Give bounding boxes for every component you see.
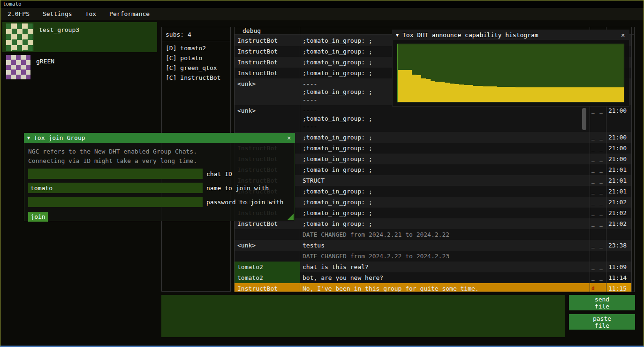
histogram-bar [534,87,539,102]
collapse-arrow-icon[interactable]: ▼ [396,32,399,38]
histogram-bar [619,87,624,102]
receipt-marks: _ _ [590,105,606,132]
timestamp: 21:00 [606,143,631,154]
histogram-bar [440,82,445,102]
join-info-line1: NGC refers to the New DHT enabled Group … [28,147,291,156]
histogram-bar [412,75,417,102]
send-file-button[interactable]: send file [569,295,635,310]
timestamp: 11:15 [606,283,631,292]
histogram-bar [431,81,435,102]
receipt-marks [590,251,606,262]
window-titlebar[interactable]: tomato [0,0,644,8]
menu-bar: 2.0FPSSettingsToxPerformance [0,8,644,20]
column-divider [631,27,632,292]
histogram-bar [600,87,605,102]
join-info-line2: Connecting via ID might take a very long… [28,156,291,166]
receipt-marks: _ _ [590,175,606,186]
histogram-bar [421,78,426,102]
message-text: ;tomato_in_group: ; [300,132,590,143]
timestamp: 21:01 [606,186,631,197]
join-group-dialog: ▼ Tox join Group ✕ NGC refers to the New… [24,133,295,221]
histogram-bar [591,87,596,102]
receipt-marks: _ _ [590,186,606,197]
group-name: gREEN [36,55,54,82]
dht-histogram-plot [397,44,624,102]
window-title: tomato [3,1,22,7]
join-group-titlebar[interactable]: ▼ Tox join Group ✕ [24,133,295,143]
timestamp: 21:02 [606,208,631,218]
message-text: ;tomato_in_group: ; [300,186,590,197]
histogram-bar [530,87,534,102]
close-icon[interactable]: ✕ [286,134,292,141]
chat-id-input[interactable] [28,169,203,179]
timestamp: 11:14 [606,272,631,283]
join-password-input[interactable] [28,197,203,207]
timestamp: 21:02 [606,218,631,229]
chat-id-label: chat ID [206,170,232,177]
chat-scrollbar-thumb[interactable] [582,108,586,130]
message-input[interactable] [161,295,565,337]
timestamp: 23:38 [606,240,631,251]
timestamp: 21:01 [606,175,631,186]
histogram-bar [586,87,591,102]
message-text: bot, are you new here? [300,272,590,283]
message-row: tomato2chat is this real?_ _11:09 [235,262,631,272]
sidebar-group-item[interactable]: gREEN [2,54,157,82]
message-text: ;tomato_in_group: ; [300,154,590,164]
sender-name: <unk> [235,240,300,251]
menu-item-performance[interactable]: Performance [104,8,155,19]
tab-debug[interactable]: debug [242,27,261,34]
sender-name: <unk> [235,105,300,132]
histogram-bar [563,87,568,102]
menu-item-settings[interactable]: Settings [38,8,77,19]
histogram-bar [487,86,492,102]
histogram-bar [445,83,449,102]
join-button[interactable]: join [28,212,48,222]
histogram-bar [426,79,431,102]
resize-grip[interactable] [288,214,294,220]
histogram-bar [469,85,473,102]
sender-name [235,229,300,240]
histogram-bar [407,70,412,102]
receipt-marks: _ _ [590,208,606,218]
sidebar-group-item[interactable]: test_group3 [2,22,157,52]
histogram-bar [539,87,544,102]
roster-member[interactable]: [D] tomato2 [162,43,230,53]
date-changed-text: DATE CHANGED from 2024.2.22 to 2024.2.23 [300,251,590,262]
receipt-marks: _ _ [590,197,606,208]
message-row: InstructBotNo, I've been in this group f… [235,283,631,292]
histogram-bar [549,87,553,102]
timestamp [606,229,631,240]
roster-member[interactable]: [C] green_qtox [162,63,230,73]
date-changed-row: DATE CHANGED from 2024.2.22 to 2024.2.23 [235,251,631,262]
message-text: ;tomato_in_group: ; [300,164,590,175]
histogram-bar [492,86,497,102]
message-text: ;tomato_in_group: ; [300,143,590,154]
collapse-arrow-icon[interactable]: ▼ [27,135,30,140]
histogram-bar [501,87,506,102]
histogram-bar [582,87,586,102]
timestamp: 21:01 [606,164,631,175]
menu-item-tox[interactable]: Tox [80,8,101,19]
histogram-bar [402,70,407,102]
histogram-bar [572,87,577,102]
histogram-bar [478,86,483,102]
dht-histogram-titlebar[interactable]: ▼ Tox DHT announce capability histogram … [392,30,629,40]
histogram-bar [596,87,600,102]
join-name-label: name to join with [206,185,269,192]
histogram-bar [605,87,610,102]
timestamp: 11:09 [606,262,631,272]
roster-member[interactable]: [C] potato [162,53,230,63]
paste-file-button[interactable]: paste file [569,314,635,330]
sender-name: InstructBot [235,283,300,292]
close-icon[interactable]: ✕ [620,31,626,39]
join-name-input[interactable] [28,183,203,193]
date-changed-row: DATE CHANGED from 2024.2.21 to 2024.2.22 [235,229,631,240]
message-text: testus [300,240,590,251]
roster-member[interactable]: [C] InstructBot [162,73,230,83]
dht-histogram-window: ▼ Tox DHT announce capability histogram … [392,30,629,107]
app-window: tomato 2.0FPSSettingsToxPerformance test… [0,0,644,347]
message-text: chat is this real? [300,262,590,272]
receipt-marks: _ _ [590,143,606,154]
dht-histogram-body [392,40,629,107]
